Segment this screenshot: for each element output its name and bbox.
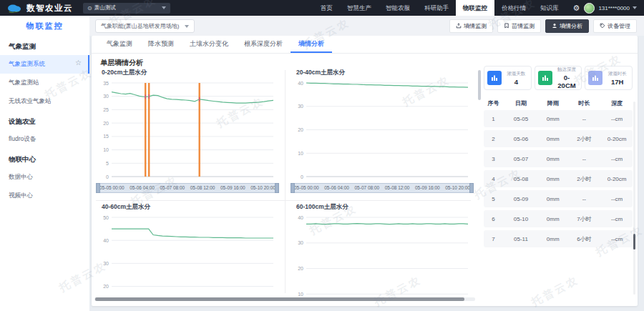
table-cell: 2 (484, 136, 503, 142)
charts-area: 0-20cm土层水分0510152025303505-05 00:0005-06… (93, 67, 481, 302)
stat-card-irrigation-duration: 灌溉时长17H (585, 66, 633, 90)
chart-plot: 01020304050 (94, 213, 280, 302)
tab-weather-monitoring[interactable]: 气象监测 (99, 36, 140, 53)
table-cell: 2小时 (567, 175, 601, 183)
stat-cards: 灌溉天数4触达深度0-20CM灌溉时长17H (484, 66, 633, 90)
table-cell: 0mm (539, 196, 567, 202)
device-manage-button[interactable]: 设备管理 (593, 19, 637, 33)
location-select[interactable]: ⊙ 萧山测试 (83, 3, 170, 14)
table-cell: 05-05 (503, 116, 539, 122)
tab-soil-moisture-change[interactable]: 土壤水分变化 (182, 36, 236, 53)
moisture-analysis-label: 墒情分析 (560, 22, 582, 30)
table-cell: 6小时 (567, 235, 601, 243)
stat-text: 灌溉时长17H (605, 71, 629, 86)
table-scrollbar[interactable] (633, 102, 635, 295)
tag-icon (600, 23, 605, 30)
nav-item-home[interactable]: 首页 (313, 0, 340, 16)
column-header: 降雨 (539, 99, 567, 107)
sidebar-item-fludro-device[interactable]: fludro设备 (0, 130, 89, 149)
charts-vertical-scrollbar[interactable] (477, 67, 481, 302)
chevron-down-icon (162, 6, 166, 9)
sidebar-item-label: fludro设备 (9, 135, 36, 142)
chart-divider-horizontal (96, 200, 471, 201)
column-header: 深度 (601, 99, 633, 107)
svg-text:0: 0 (301, 174, 303, 179)
nav-item-smart-agri-service[interactable]: 智能农服 (379, 0, 417, 16)
table-row: 105-050mm----cm (484, 110, 633, 127)
stat-card-irrigation-days: 灌溉天数4 (484, 66, 532, 90)
avatar[interactable] (584, 3, 595, 14)
star-icon[interactable]: ☆ (75, 59, 82, 66)
tab-moisture-analysis[interactable]: 墒情分析 (291, 36, 332, 53)
chart-title: 60-100cm土层水分 (289, 202, 475, 213)
chart-soil-40-60: 40-60cm土层水分01020304050 (94, 202, 280, 302)
sidebar-item-wireless-agri-weather-station[interactable]: 无线农业气象站 (0, 92, 89, 111)
svg-text:20: 20 (103, 284, 109, 289)
sidebar-item-label: 气象监测系统 (9, 60, 45, 67)
table-cell: 0mm (539, 156, 567, 162)
nav-item-knowledge-base[interactable]: 知识库 (533, 0, 566, 16)
sub-header: 物联监控 气象职能(萧山基地研发用场地) 墒情监测苗情监测墒情分析设备管理 (0, 16, 644, 36)
seedling-monitor-button[interactable]: 苗情监测 (497, 19, 541, 33)
sidebar-item-video-center[interactable]: 视频中心 (0, 187, 89, 205)
station-select[interactable]: 气象职能(萧山基地研发用场地) (95, 19, 195, 33)
user-phone[interactable]: 131****0000 (598, 5, 630, 11)
table-cell: 05-11 (503, 236, 539, 242)
location-value: 萧山测试 (94, 4, 159, 11)
table-cell: --cm (601, 216, 633, 222)
chevron-down-icon (185, 25, 189, 28)
datazoom-slider[interactable]: 05-05 00:0005-06 04:0005-07 08:0005-08 1… (291, 183, 474, 193)
table-cell: -- (567, 116, 601, 122)
stat-label: 灌溉天数 (504, 71, 528, 77)
table-cell: --cm (601, 156, 633, 162)
svg-text:10: 10 (298, 292, 303, 297)
column-header: 时长 (567, 99, 601, 107)
nav-item-smart-production[interactable]: 智慧生产 (340, 0, 379, 16)
chart-soil-60-100: 60-100cm土层水分010203040 (289, 202, 475, 302)
table-cell: 7小时 (567, 215, 601, 223)
svg-text:30: 30 (103, 94, 109, 99)
main-panel: 气象监测降水预测土壤水分变化根系深度分析墒情分析 单层墒情分析 0-20cm土层… (92, 36, 638, 306)
nav-item-iot-monitoring[interactable]: 物联监控 (456, 0, 494, 16)
brand-title: 数智农业云 (26, 3, 73, 14)
column-header: 日期 (503, 99, 539, 107)
sidebar-item-data-center[interactable]: 数据中心 (0, 168, 89, 187)
table-cell: --cm (601, 236, 633, 242)
table-row: 505-090mm----cm (484, 190, 633, 207)
sidebar-item-weather-monitor-system[interactable]: 气象监测系统☆ (0, 55, 89, 74)
svg-text:40: 40 (298, 81, 303, 86)
svg-text:15: 15 (103, 134, 109, 139)
stat-value: 4 (504, 78, 528, 86)
svg-text:10: 10 (298, 151, 303, 156)
sidebar-item-label: 数据中心 (9, 173, 33, 180)
svg-text:50: 50 (103, 215, 109, 220)
nav-item-research-assistant[interactable]: 科研助手 (417, 0, 456, 16)
moisture-monitor-button[interactable]: 墒情监测 (449, 19, 493, 33)
table-cell: 0mm (539, 116, 567, 122)
tab-root-depth-analysis[interactable]: 根系深度分析 (236, 36, 291, 53)
table-cell: 0mm (539, 176, 567, 182)
chart-divider-vertical (285, 70, 286, 293)
svg-text:40: 40 (103, 238, 109, 243)
table-cell: 05-07 (503, 156, 539, 162)
stat-value: 17H (605, 78, 629, 86)
gear-icon[interactable]: ⚙ (573, 4, 580, 13)
table-cell: -- (567, 156, 601, 162)
content-header: 气象职能(萧山基地研发用场地) 墒情监测苗情监测墒情分析设备管理 (89, 16, 644, 36)
table-header-row: 序号日期降雨时长深度 (484, 96, 633, 110)
nav-item-price-market[interactable]: 价格行情 (494, 0, 533, 16)
table-row: 705-110mm6小时--cm (484, 230, 633, 247)
table-cell: 0mm (539, 136, 567, 142)
svg-text:40: 40 (298, 215, 303, 220)
svg-text:25: 25 (103, 107, 109, 112)
datazoom-slider[interactable]: 05-05 00:0005-06 04:0005-07 08:0005-08 1… (96, 183, 279, 193)
table-row: 605-100mm7小时--cm (484, 210, 633, 227)
chart-plot: 010203040 (289, 213, 475, 302)
table-cell: 1 (484, 116, 503, 122)
chart-plot: 05101520253035 (94, 79, 280, 183)
tab-precipitation-forecast[interactable]: 降水预测 (140, 36, 182, 53)
moisture-analysis-button[interactable]: 墒情分析 (545, 19, 589, 33)
top-navbar: 数智农业云 ⊙ 萧山测试 首页智慧生产智能农服科研助手物联监控价格行情知识库 ⚙… (0, 0, 644, 16)
sidebar-item-weather-monitor-station[interactable]: 气象监测站 (0, 74, 89, 92)
user-chevron-down-icon[interactable] (633, 6, 637, 9)
